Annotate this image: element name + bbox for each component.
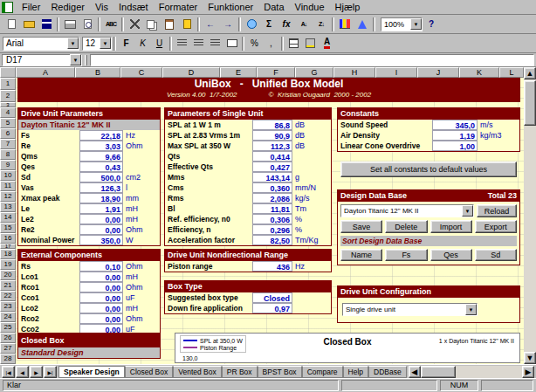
param-value-cell[interactable]: 82,50: [252, 235, 292, 245]
sort-by-button[interactable]: Sd: [475, 249, 517, 261]
param-value-cell[interactable]: 0,00: [79, 224, 123, 235]
menu-item[interactable]: Vindue: [290, 2, 330, 12]
new-button[interactable]: [3, 17, 20, 32]
align-center-button[interactable]: [190, 36, 207, 51]
param-value-cell[interactable]: 9,66: [79, 151, 123, 162]
menu-item[interactable]: Vis: [90, 2, 113, 12]
chevron-down-icon[interactable]: ▼: [465, 304, 477, 315]
align-left-button[interactable]: [174, 36, 190, 51]
align-right-button[interactable]: [207, 36, 223, 51]
sheet-tab[interactable]: Compare: [302, 366, 343, 378]
autosum-button[interactable]: Σ: [260, 17, 278, 32]
param-value-cell[interactable]: 90,9: [252, 130, 292, 141]
vertical-scroll-thumb[interactable]: [524, 80, 536, 126]
merge-center-button[interactable]: [223, 36, 240, 51]
column-header[interactable]: E: [220, 67, 257, 78]
param-value-cell[interactable]: 0,00: [79, 313, 123, 324]
param-value-cell[interactable]: 11,81: [252, 203, 292, 214]
sheet-tab[interactable]: Speaker Design: [58, 366, 125, 378]
database-action-button[interactable]: Save: [340, 220, 382, 233]
chart-wizard-button[interactable]: [336, 17, 354, 32]
sheet-tab[interactable]: Vented Box: [173, 366, 221, 378]
scroll-left-icon[interactable]: ◀: [409, 366, 421, 378]
row-header[interactable]: 12: [0, 191, 16, 202]
param-value-cell[interactable]: 436: [252, 261, 292, 272]
menu-item[interactable]: Filer: [17, 2, 45, 12]
column-header[interactable]: A: [16, 67, 75, 78]
select-all-corner[interactable]: [0, 67, 16, 78]
row-header[interactable]: 2: [0, 90, 16, 102]
row-header[interactable]: 13: [0, 202, 16, 212]
sort-by-button[interactable]: Name: [340, 249, 382, 261]
param-value-cell[interactable]: 0,296: [252, 224, 292, 235]
menu-item[interactable]: Funktioner: [203, 2, 258, 12]
row-header[interactable]: 14: [0, 212, 16, 223]
row-header[interactable]: 1: [0, 78, 16, 90]
menu-item[interactable]: Formater: [154, 2, 203, 12]
menu-item[interactable]: Rediger: [45, 2, 90, 12]
bold-button[interactable]: F: [118, 36, 134, 51]
menu-item[interactable]: Data: [258, 2, 289, 12]
param-value-cell[interactable]: 0,360: [252, 182, 292, 193]
database-action-button[interactable]: Export: [475, 220, 517, 233]
row-header[interactable]: 25: [0, 322, 16, 333]
param-value-cell[interactable]: 0,00: [79, 282, 123, 292]
row-header[interactable]: 28: [0, 354, 16, 364]
cut-button[interactable]: [126, 17, 143, 32]
row-header[interactable]: 7: [0, 139, 16, 149]
horizontal-scrollbar[interactable]: ◀ ▶: [409, 366, 534, 378]
row-header[interactable]: 11: [0, 181, 16, 191]
param-value-cell[interactable]: 18,90: [79, 193, 123, 203]
param-value-cell[interactable]: 2,086: [252, 193, 292, 203]
print-preview-button[interactable]: [79, 17, 96, 32]
row-header[interactable]: 21: [0, 280, 16, 291]
database-action-button[interactable]: Delete: [385, 220, 427, 233]
param-value-cell[interactable]: 1,00: [432, 141, 478, 151]
vertical-scroll-track[interactable]: [524, 126, 536, 352]
param-value-cell[interactable]: 0,97: [252, 303, 292, 313]
help-button[interactable]: ?: [423, 17, 440, 32]
name-box[interactable]: D17 ▼: [2, 54, 82, 66]
row-header[interactable]: 20: [0, 270, 16, 280]
param-value-cell[interactable]: 0,10: [79, 261, 123, 272]
sort-by-button[interactable]: Fs: [385, 249, 427, 261]
param-value-cell[interactable]: 345,0: [432, 120, 478, 130]
scroll-up-icon[interactable]: ▲: [524, 67, 536, 79]
redo-button[interactable]: →: [219, 17, 237, 32]
chevron-down-icon[interactable]: ▼: [100, 38, 111, 49]
param-value-cell[interactable]: 1,91: [79, 203, 123, 214]
row-header[interactable]: 6: [0, 128, 16, 139]
previous-sheet-button[interactable]: ◀: [16, 366, 29, 378]
param-value-cell[interactable]: Closed: [252, 292, 292, 303]
row-header[interactable]: 10: [0, 170, 16, 181]
horizontal-scroll-track[interactable]: [456, 366, 522, 378]
next-sheet-button[interactable]: ▶: [30, 366, 43, 378]
row-header[interactable]: 19: [0, 259, 16, 270]
menu-item[interactable]: Indsæt: [113, 2, 154, 12]
column-header[interactable]: B: [75, 67, 120, 78]
sort-descending-button[interactable]: Z↓: [313, 17, 330, 32]
column-header[interactable]: F: [257, 67, 295, 78]
last-sheet-button[interactable]: ▶|: [44, 366, 57, 378]
row-header[interactable]: 27: [0, 343, 16, 354]
param-value-cell[interactable]: 0,00: [79, 272, 123, 282]
column-header[interactable]: C: [120, 67, 162, 78]
row-header[interactable]: 24: [0, 312, 16, 322]
param-value-cell[interactable]: 500,0: [79, 172, 123, 182]
row-header[interactable]: 15: [0, 223, 16, 233]
sheet-tab[interactable]: PR Box: [222, 366, 258, 378]
param-value-cell[interactable]: 0,00: [79, 303, 123, 313]
scroll-right-icon[interactable]: ▶: [522, 366, 534, 378]
drawing-button[interactable]: [354, 17, 371, 32]
column-header[interactable]: L: [499, 67, 524, 78]
chevron-down-icon[interactable]: ▼: [410, 18, 422, 30]
database-action-button[interactable]: Import: [430, 220, 472, 233]
menu-item[interactable]: Hjælp: [330, 2, 366, 12]
column-header[interactable]: D: [162, 67, 220, 78]
param-value-cell[interactable]: 143,14: [252, 172, 292, 182]
sort-ascending-button[interactable]: A↓: [295, 17, 313, 32]
column-header[interactable]: J: [417, 67, 459, 78]
param-value-cell[interactable]: 86,8: [252, 120, 292, 130]
sheet-tab[interactable]: Help: [343, 366, 368, 378]
insert-hyperlink-button[interactable]: [243, 17, 260, 32]
